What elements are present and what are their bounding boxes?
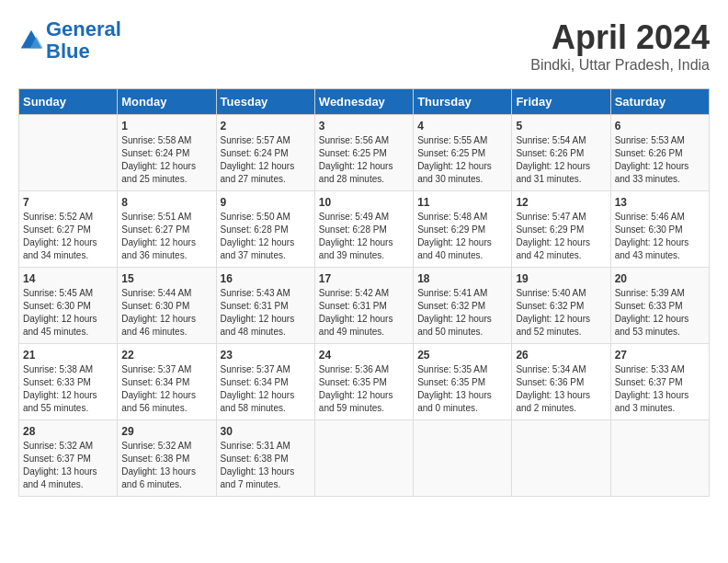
day-number: 5 [516, 120, 606, 132]
day-number: 30 [221, 425, 311, 438]
logo-line2: Blue [46, 40, 90, 63]
calendar-week-row: 21Sunrise: 5:38 AMSunset: 6:33 PMDayligh… [19, 344, 710, 420]
day-info: Sunrise: 5:55 AMSunset: 6:25 PMDaylight:… [417, 134, 507, 186]
day-number: 11 [417, 196, 507, 209]
day-number: 26 [516, 349, 606, 362]
calendar-week-row: 28Sunrise: 5:32 AMSunset: 6:37 PMDayligh… [19, 420, 710, 497]
calendar-cell: 12Sunrise: 5:47 AMSunset: 6:29 PMDayligh… [512, 191, 610, 268]
calendar-cell [610, 420, 709, 497]
day-number: 25 [417, 349, 507, 362]
calendar-cell: 2Sunrise: 5:57 AMSunset: 6:24 PMDaylight… [216, 115, 314, 191]
day-number: 18 [417, 272, 507, 285]
logo-icon [18, 28, 44, 53]
weekday-header: Thursday [414, 89, 512, 115]
calendar-cell: 9Sunrise: 5:50 AMSunset: 6:28 PMDaylight… [216, 191, 314, 268]
calendar-cell [414, 420, 512, 497]
day-info: Sunrise: 5:40 AMSunset: 6:32 PMDaylight:… [516, 287, 606, 339]
day-info: Sunrise: 5:53 AMSunset: 6:26 PMDaylight:… [615, 134, 705, 186]
weekday-header: Friday [512, 89, 610, 115]
calendar-cell: 15Sunrise: 5:44 AMSunset: 6:30 PMDayligh… [118, 268, 216, 344]
day-number: 20 [615, 272, 705, 285]
day-info: Sunrise: 5:41 AMSunset: 6:32 PMDaylight:… [417, 287, 507, 339]
calendar-cell: 30Sunrise: 5:31 AMSunset: 6:38 PMDayligh… [216, 420, 314, 497]
day-info: Sunrise: 5:32 AMSunset: 6:38 PMDaylight:… [121, 440, 211, 491]
day-number: 6 [615, 120, 705, 132]
day-number: 10 [319, 196, 409, 209]
day-number: 7 [23, 196, 113, 209]
calendar-cell: 3Sunrise: 5:56 AMSunset: 6:25 PMDaylight… [314, 115, 413, 191]
calendar-cell: 20Sunrise: 5:39 AMSunset: 6:33 PMDayligh… [610, 268, 709, 344]
weekday-header: Wednesday [314, 89, 413, 115]
calendar-header-row: SundayMondayTuesdayWednesdayThursdayFrid… [19, 89, 710, 115]
calendar-week-row: 1Sunrise: 5:58 AMSunset: 6:24 PMDaylight… [19, 115, 710, 191]
day-info: Sunrise: 5:34 AMSunset: 6:36 PMDaylight:… [516, 363, 606, 415]
day-info: Sunrise: 5:58 AMSunset: 6:24 PMDaylight:… [121, 134, 211, 186]
day-number: 22 [121, 349, 211, 362]
day-info: Sunrise: 5:33 AMSunset: 6:37 PMDaylight:… [615, 363, 705, 415]
calendar-cell: 27Sunrise: 5:33 AMSunset: 6:37 PMDayligh… [610, 344, 709, 420]
calendar-cell: 14Sunrise: 5:45 AMSunset: 6:30 PMDayligh… [19, 268, 118, 344]
day-info: Sunrise: 5:37 AMSunset: 6:34 PMDaylight:… [221, 363, 311, 415]
day-number: 8 [121, 196, 211, 209]
day-number: 24 [319, 349, 409, 362]
day-number: 29 [121, 425, 211, 438]
day-number: 13 [615, 196, 705, 209]
calendar-cell: 4Sunrise: 5:55 AMSunset: 6:25 PMDaylight… [414, 115, 512, 191]
calendar-cell: 18Sunrise: 5:41 AMSunset: 6:32 PMDayligh… [414, 268, 512, 344]
calendar-cell: 22Sunrise: 5:37 AMSunset: 6:34 PMDayligh… [118, 344, 216, 420]
calendar-cell: 29Sunrise: 5:32 AMSunset: 6:38 PMDayligh… [118, 420, 216, 497]
calendar-cell: 16Sunrise: 5:43 AMSunset: 6:31 PMDayligh… [216, 268, 314, 344]
calendar-cell: 24Sunrise: 5:36 AMSunset: 6:35 PMDayligh… [314, 344, 413, 420]
day-info: Sunrise: 5:36 AMSunset: 6:35 PMDaylight:… [319, 363, 409, 415]
calendar-cell: 21Sunrise: 5:38 AMSunset: 6:33 PMDayligh… [19, 344, 118, 420]
weekday-header: Sunday [19, 89, 118, 115]
location: Bindki, Uttar Pradesh, India [530, 57, 710, 74]
calendar-cell: 28Sunrise: 5:32 AMSunset: 6:37 PMDayligh… [19, 420, 118, 497]
day-info: Sunrise: 5:56 AMSunset: 6:25 PMDaylight:… [319, 134, 409, 186]
calendar-cell: 17Sunrise: 5:42 AMSunset: 6:31 PMDayligh… [314, 268, 413, 344]
day-number: 3 [319, 120, 409, 132]
calendar-cell [314, 420, 413, 497]
day-number: 21 [23, 349, 113, 362]
day-info: Sunrise: 5:32 AMSunset: 6:37 PMDaylight:… [23, 440, 113, 491]
day-number: 28 [23, 425, 113, 438]
day-info: Sunrise: 5:57 AMSunset: 6:24 PMDaylight:… [221, 134, 311, 186]
calendar-cell [512, 420, 610, 497]
calendar-week-row: 7Sunrise: 5:52 AMSunset: 6:27 PMDaylight… [19, 191, 710, 268]
weekday-header: Saturday [610, 89, 709, 115]
page-header: General Blue April 2024 Bindki, Uttar Pr… [18, 18, 710, 74]
day-info: Sunrise: 5:39 AMSunset: 6:33 PMDaylight:… [615, 287, 705, 339]
day-info: Sunrise: 5:43 AMSunset: 6:31 PMDaylight:… [221, 287, 311, 339]
day-info: Sunrise: 5:46 AMSunset: 6:30 PMDaylight:… [615, 211, 705, 262]
logo-line1: General [46, 17, 121, 40]
day-info: Sunrise: 5:47 AMSunset: 6:29 PMDaylight:… [516, 211, 606, 262]
day-info: Sunrise: 5:35 AMSunset: 6:35 PMDaylight:… [417, 363, 507, 415]
calendar-cell: 13Sunrise: 5:46 AMSunset: 6:30 PMDayligh… [610, 191, 709, 268]
day-number: 23 [221, 349, 311, 362]
calendar-cell: 10Sunrise: 5:49 AMSunset: 6:28 PMDayligh… [314, 191, 413, 268]
calendar-cell: 5Sunrise: 5:54 AMSunset: 6:26 PMDaylight… [512, 115, 610, 191]
day-info: Sunrise: 5:52 AMSunset: 6:27 PMDaylight:… [23, 211, 113, 262]
day-number: 1 [121, 120, 211, 132]
month-title: April 2024 [530, 18, 710, 57]
logo-text: General Blue [46, 18, 121, 63]
day-info: Sunrise: 5:31 AMSunset: 6:38 PMDaylight:… [221, 440, 311, 491]
calendar-cell: 8Sunrise: 5:51 AMSunset: 6:27 PMDaylight… [118, 191, 216, 268]
calendar-cell [19, 115, 118, 191]
calendar-cell: 26Sunrise: 5:34 AMSunset: 6:36 PMDayligh… [512, 344, 610, 420]
day-info: Sunrise: 5:45 AMSunset: 6:30 PMDaylight:… [23, 287, 113, 339]
calendar-cell: 6Sunrise: 5:53 AMSunset: 6:26 PMDaylight… [610, 115, 709, 191]
calendar-table: SundayMondayTuesdayWednesdayThursdayFrid… [18, 88, 710, 497]
day-number: 15 [121, 272, 211, 285]
day-number: 14 [23, 272, 113, 285]
day-number: 17 [319, 272, 409, 285]
calendar-cell: 25Sunrise: 5:35 AMSunset: 6:35 PMDayligh… [414, 344, 512, 420]
day-info: Sunrise: 5:50 AMSunset: 6:28 PMDaylight:… [221, 211, 311, 262]
calendar-week-row: 14Sunrise: 5:45 AMSunset: 6:30 PMDayligh… [19, 268, 710, 344]
day-info: Sunrise: 5:44 AMSunset: 6:30 PMDaylight:… [121, 287, 211, 339]
day-info: Sunrise: 5:49 AMSunset: 6:28 PMDaylight:… [319, 211, 409, 262]
calendar-cell: 23Sunrise: 5:37 AMSunset: 6:34 PMDayligh… [216, 344, 314, 420]
weekday-header: Tuesday [216, 89, 314, 115]
day-number: 27 [615, 349, 705, 362]
day-info: Sunrise: 5:48 AMSunset: 6:29 PMDaylight:… [417, 211, 507, 262]
